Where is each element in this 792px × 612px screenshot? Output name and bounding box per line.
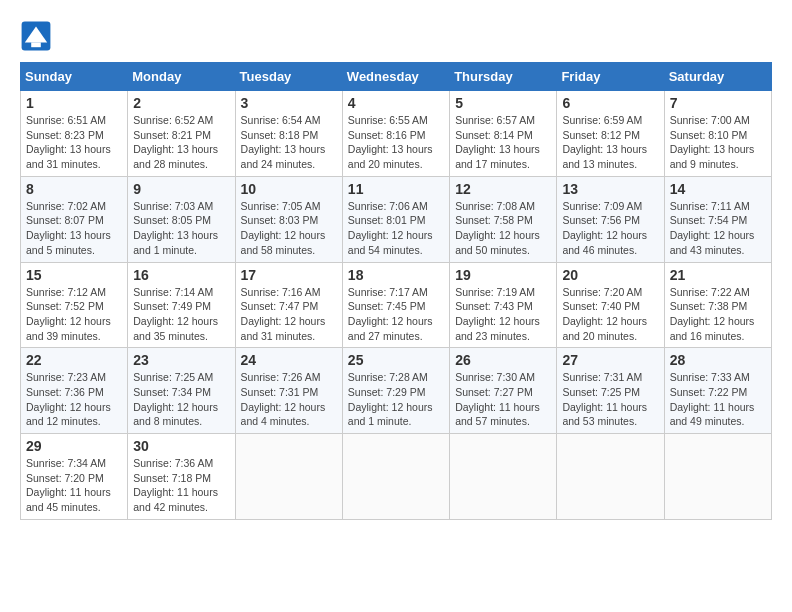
day-number: 29 — [26, 438, 122, 454]
day-detail: Sunrise: 7:31 AMSunset: 7:25 PMDaylight:… — [562, 370, 658, 429]
calendar-cell: 6 Sunrise: 6:59 AMSunset: 8:12 PMDayligh… — [557, 91, 664, 177]
calendar-cell: 24 Sunrise: 7:26 AMSunset: 7:31 PMDaylig… — [235, 348, 342, 434]
day-number: 28 — [670, 352, 766, 368]
day-detail: Sunrise: 6:54 AMSunset: 8:18 PMDaylight:… — [241, 113, 337, 172]
day-number: 1 — [26, 95, 122, 111]
day-detail: Sunrise: 6:55 AMSunset: 8:16 PMDaylight:… — [348, 113, 444, 172]
day-number: 25 — [348, 352, 444, 368]
day-number: 18 — [348, 267, 444, 283]
day-detail: Sunrise: 7:03 AMSunset: 8:05 PMDaylight:… — [133, 199, 229, 258]
day-number: 13 — [562, 181, 658, 197]
calendar-cell: 8 Sunrise: 7:02 AMSunset: 8:07 PMDayligh… — [21, 176, 128, 262]
calendar-cell: 11 Sunrise: 7:06 AMSunset: 8:01 PMDaylig… — [342, 176, 449, 262]
weekday-header-thursday: Thursday — [450, 63, 557, 91]
day-number: 12 — [455, 181, 551, 197]
day-detail: Sunrise: 7:17 AMSunset: 7:45 PMDaylight:… — [348, 285, 444, 344]
day-detail: Sunrise: 7:16 AMSunset: 7:47 PMDaylight:… — [241, 285, 337, 344]
calendar-cell: 19 Sunrise: 7:19 AMSunset: 7:43 PMDaylig… — [450, 262, 557, 348]
calendar-cell: 25 Sunrise: 7:28 AMSunset: 7:29 PMDaylig… — [342, 348, 449, 434]
day-detail: Sunrise: 7:02 AMSunset: 8:07 PMDaylight:… — [26, 199, 122, 258]
calendar-cell: 15 Sunrise: 7:12 AMSunset: 7:52 PMDaylig… — [21, 262, 128, 348]
logo — [20, 20, 56, 52]
weekday-header-tuesday: Tuesday — [235, 63, 342, 91]
calendar-cell — [664, 434, 771, 520]
day-detail: Sunrise: 7:36 AMSunset: 7:18 PMDaylight:… — [133, 456, 229, 515]
day-number: 27 — [562, 352, 658, 368]
calendar-week-5: 29 Sunrise: 7:34 AMSunset: 7:20 PMDaylig… — [21, 434, 772, 520]
weekday-header-monday: Monday — [128, 63, 235, 91]
svg-rect-2 — [31, 42, 41, 47]
day-detail: Sunrise: 7:19 AMSunset: 7:43 PMDaylight:… — [455, 285, 551, 344]
day-number: 22 — [26, 352, 122, 368]
day-number: 11 — [348, 181, 444, 197]
logo-icon — [20, 20, 52, 52]
calendar-cell: 13 Sunrise: 7:09 AMSunset: 7:56 PMDaylig… — [557, 176, 664, 262]
day-number: 3 — [241, 95, 337, 111]
day-detail: Sunrise: 7:12 AMSunset: 7:52 PMDaylight:… — [26, 285, 122, 344]
day-number: 16 — [133, 267, 229, 283]
day-number: 20 — [562, 267, 658, 283]
day-detail: Sunrise: 7:28 AMSunset: 7:29 PMDaylight:… — [348, 370, 444, 429]
day-number: 14 — [670, 181, 766, 197]
calendar-cell: 5 Sunrise: 6:57 AMSunset: 8:14 PMDayligh… — [450, 91, 557, 177]
day-detail: Sunrise: 7:14 AMSunset: 7:49 PMDaylight:… — [133, 285, 229, 344]
day-detail: Sunrise: 6:51 AMSunset: 8:23 PMDaylight:… — [26, 113, 122, 172]
calendar-cell: 1 Sunrise: 6:51 AMSunset: 8:23 PMDayligh… — [21, 91, 128, 177]
calendar-cell: 12 Sunrise: 7:08 AMSunset: 7:58 PMDaylig… — [450, 176, 557, 262]
calendar-cell — [342, 434, 449, 520]
calendar-cell — [557, 434, 664, 520]
day-detail: Sunrise: 7:34 AMSunset: 7:20 PMDaylight:… — [26, 456, 122, 515]
calendar-week-2: 8 Sunrise: 7:02 AMSunset: 8:07 PMDayligh… — [21, 176, 772, 262]
day-number: 30 — [133, 438, 229, 454]
day-number: 9 — [133, 181, 229, 197]
day-detail: Sunrise: 7:08 AMSunset: 7:58 PMDaylight:… — [455, 199, 551, 258]
day-detail: Sunrise: 7:11 AMSunset: 7:54 PMDaylight:… — [670, 199, 766, 258]
day-detail: Sunrise: 7:22 AMSunset: 7:38 PMDaylight:… — [670, 285, 766, 344]
calendar-cell: 10 Sunrise: 7:05 AMSunset: 8:03 PMDaylig… — [235, 176, 342, 262]
calendar-cell: 7 Sunrise: 7:00 AMSunset: 8:10 PMDayligh… — [664, 91, 771, 177]
calendar-cell: 18 Sunrise: 7:17 AMSunset: 7:45 PMDaylig… — [342, 262, 449, 348]
calendar-cell: 29 Sunrise: 7:34 AMSunset: 7:20 PMDaylig… — [21, 434, 128, 520]
weekday-header-sunday: Sunday — [21, 63, 128, 91]
calendar-cell: 14 Sunrise: 7:11 AMSunset: 7:54 PMDaylig… — [664, 176, 771, 262]
weekday-header-wednesday: Wednesday — [342, 63, 449, 91]
calendar-table: SundayMondayTuesdayWednesdayThursdayFrid… — [20, 62, 772, 520]
calendar-cell: 20 Sunrise: 7:20 AMSunset: 7:40 PMDaylig… — [557, 262, 664, 348]
calendar-week-1: 1 Sunrise: 6:51 AMSunset: 8:23 PMDayligh… — [21, 91, 772, 177]
day-detail: Sunrise: 7:33 AMSunset: 7:22 PMDaylight:… — [670, 370, 766, 429]
day-detail: Sunrise: 7:05 AMSunset: 8:03 PMDaylight:… — [241, 199, 337, 258]
calendar-cell: 2 Sunrise: 6:52 AMSunset: 8:21 PMDayligh… — [128, 91, 235, 177]
weekday-header-friday: Friday — [557, 63, 664, 91]
calendar-week-4: 22 Sunrise: 7:23 AMSunset: 7:36 PMDaylig… — [21, 348, 772, 434]
calendar-week-3: 15 Sunrise: 7:12 AMSunset: 7:52 PMDaylig… — [21, 262, 772, 348]
calendar-cell: 4 Sunrise: 6:55 AMSunset: 8:16 PMDayligh… — [342, 91, 449, 177]
day-detail: Sunrise: 7:30 AMSunset: 7:27 PMDaylight:… — [455, 370, 551, 429]
calendar-header: SundayMondayTuesdayWednesdayThursdayFrid… — [21, 63, 772, 91]
header-row: SundayMondayTuesdayWednesdayThursdayFrid… — [21, 63, 772, 91]
calendar-cell: 28 Sunrise: 7:33 AMSunset: 7:22 PMDaylig… — [664, 348, 771, 434]
day-number: 5 — [455, 95, 551, 111]
day-detail: Sunrise: 7:00 AMSunset: 8:10 PMDaylight:… — [670, 113, 766, 172]
calendar-cell: 27 Sunrise: 7:31 AMSunset: 7:25 PMDaylig… — [557, 348, 664, 434]
weekday-header-saturday: Saturday — [664, 63, 771, 91]
day-number: 24 — [241, 352, 337, 368]
day-detail: Sunrise: 7:26 AMSunset: 7:31 PMDaylight:… — [241, 370, 337, 429]
day-number: 21 — [670, 267, 766, 283]
day-number: 2 — [133, 95, 229, 111]
calendar-cell: 21 Sunrise: 7:22 AMSunset: 7:38 PMDaylig… — [664, 262, 771, 348]
calendar-cell: 30 Sunrise: 7:36 AMSunset: 7:18 PMDaylig… — [128, 434, 235, 520]
day-detail: Sunrise: 7:20 AMSunset: 7:40 PMDaylight:… — [562, 285, 658, 344]
day-number: 15 — [26, 267, 122, 283]
day-number: 6 — [562, 95, 658, 111]
day-number: 8 — [26, 181, 122, 197]
calendar-cell: 26 Sunrise: 7:30 AMSunset: 7:27 PMDaylig… — [450, 348, 557, 434]
day-number: 17 — [241, 267, 337, 283]
calendar-cell: 22 Sunrise: 7:23 AMSunset: 7:36 PMDaylig… — [21, 348, 128, 434]
calendar-cell: 16 Sunrise: 7:14 AMSunset: 7:49 PMDaylig… — [128, 262, 235, 348]
day-number: 23 — [133, 352, 229, 368]
calendar-cell — [450, 434, 557, 520]
day-number: 4 — [348, 95, 444, 111]
day-detail: Sunrise: 6:57 AMSunset: 8:14 PMDaylight:… — [455, 113, 551, 172]
day-detail: Sunrise: 7:23 AMSunset: 7:36 PMDaylight:… — [26, 370, 122, 429]
day-detail: Sunrise: 7:09 AMSunset: 7:56 PMDaylight:… — [562, 199, 658, 258]
